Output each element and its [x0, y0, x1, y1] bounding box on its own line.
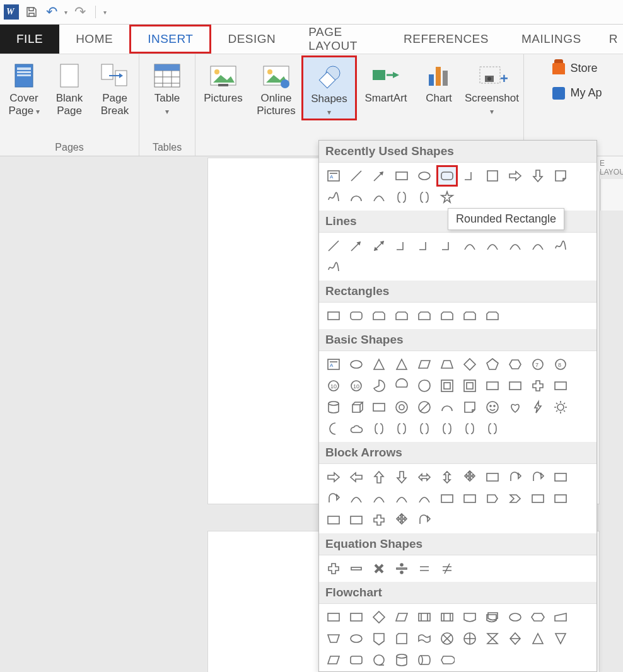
smartart-button[interactable]: SmartArt — [356, 57, 416, 105]
shape-terminator-icon[interactable] — [506, 608, 525, 627]
shape-up-down-icon[interactable] — [438, 468, 457, 487]
shape-striped-right-icon[interactable] — [438, 489, 457, 508]
shape-connector-elbow-icon[interactable] — [460, 166, 479, 185]
shape-document-icon[interactable] — [460, 608, 479, 627]
shape-bent-icon[interactable] — [506, 468, 525, 487]
shape-rounded-rectangle-icon[interactable] — [438, 166, 457, 185]
shape-snip-same-icon[interactable] — [392, 306, 411, 325]
shape-circular-icon[interactable] — [415, 511, 434, 530]
shape-half-frame-icon[interactable] — [460, 376, 479, 395]
shape-folded-corner-icon[interactable] — [551, 166, 570, 185]
shape-sort-icon[interactable] — [506, 629, 525, 648]
shape-four-way-icon[interactable] — [392, 511, 411, 530]
shape-quad-icon[interactable] — [460, 468, 479, 487]
shape-right-arrow-icon[interactable] — [506, 166, 525, 185]
shape-double-bracket-icon[interactable] — [370, 419, 388, 438]
shape-multiply-icon[interactable] — [370, 559, 388, 578]
shape-cross-icon[interactable] — [528, 376, 547, 395]
tab-references[interactable]: REFERENCES — [387, 25, 505, 54]
shape-down-callout-icon[interactable] — [551, 489, 570, 508]
shape-heptagon-icon[interactable]: 7 — [528, 355, 547, 374]
shape-freeform-curve-icon[interactable] — [528, 236, 547, 255]
pictures-button[interactable]: Pictures — [197, 57, 250, 105]
shape-card-icon[interactable] — [392, 629, 411, 648]
shape-summing-icon[interactable] — [438, 629, 457, 648]
blank-page-button[interactable]: Blank Page — [47, 57, 92, 118]
shape-arrow-line-icon[interactable] — [370, 166, 388, 185]
shape-diag-stripe-icon[interactable] — [506, 376, 525, 395]
shape-arc-icon[interactable] — [347, 188, 366, 207]
redo-icon[interactable]: ↷ — [73, 4, 88, 20]
shape-u-turn-icon[interactable] — [528, 468, 547, 487]
shape-prep-icon[interactable] — [528, 608, 547, 627]
shape-double-arrow-icon[interactable] — [370, 236, 388, 255]
shape-chord-icon[interactable] — [392, 376, 411, 395]
shape-dodecagon-icon[interactable]: 10 — [347, 376, 366, 395]
shape-oval-icon[interactable] — [347, 355, 366, 374]
shape-bevel-icon[interactable] — [370, 398, 388, 417]
shape-merge-icon[interactable] — [551, 629, 570, 648]
shape-curve-double-icon[interactable] — [506, 236, 525, 255]
undo-icon[interactable]: ↶ — [44, 4, 59, 20]
shape-cloud-icon[interactable] — [347, 419, 366, 438]
shape-process-icon[interactable] — [324, 608, 343, 627]
shapes-button[interactable]: Shapes — [303, 57, 356, 119]
shape-block-arc-icon[interactable] — [438, 398, 457, 417]
tab-file[interactable]: FILE — [0, 25, 59, 54]
shape-no-symbol-icon[interactable] — [415, 398, 434, 417]
shape-equal-icon[interactable] — [415, 559, 434, 578]
shape-snip-single-icon[interactable] — [370, 306, 388, 325]
shape-down-arrow-icon[interactable] — [528, 166, 547, 185]
page-break-button[interactable]: Page Break — [92, 57, 137, 118]
tab-partial[interactable]: R — [598, 25, 623, 54]
shape-home-plate-icon[interactable] — [483, 489, 502, 508]
my-apps-button[interactable]: My Ap — [552, 86, 602, 100]
shape-left-brace-icon[interactable] — [392, 188, 411, 207]
shape-pentagon-icon[interactable] — [483, 355, 502, 374]
shape-round-same-icon[interactable] — [460, 306, 479, 325]
shape-round-single-icon[interactable] — [438, 306, 457, 325]
shape-right-icon[interactable] — [324, 468, 343, 487]
shape-moon-icon[interactable] — [324, 419, 343, 438]
shape-direct-access-icon[interactable] — [415, 651, 434, 669]
shape-plus-icon[interactable] — [370, 511, 388, 530]
shape-predef-icon[interactable] — [415, 608, 434, 627]
shape-text-box-icon[interactable]: A — [324, 355, 343, 374]
shape-plaque-icon[interactable] — [551, 376, 570, 395]
shape-multi-doc-icon[interactable] — [483, 608, 502, 627]
shape-up-callout-icon[interactable] — [347, 511, 366, 530]
tab-design[interactable]: DESIGN — [211, 25, 292, 54]
shape-smiley-icon[interactable] — [483, 398, 502, 417]
shape-alt-process-icon[interactable] — [347, 608, 366, 627]
shape-up-icon[interactable] — [370, 468, 388, 487]
shape-or-icon[interactable] — [460, 629, 479, 648]
shape-elbow-icon[interactable] — [392, 236, 411, 255]
shape-display-icon[interactable] — [438, 651, 457, 669]
shape-scribble-icon[interactable] — [324, 258, 343, 277]
shape-extract-icon[interactable] — [528, 629, 547, 648]
shape-line-icon[interactable] — [324, 236, 343, 255]
shape-triangle-icon[interactable] — [370, 355, 388, 374]
shape-trapezoid-icon[interactable] — [438, 355, 457, 374]
shape-right-bracket-icon[interactable] — [438, 419, 457, 438]
shape-arrow-icon[interactable] — [347, 236, 366, 255]
tab-home[interactable]: HOME — [59, 25, 129, 54]
shape-chevron-icon[interactable] — [506, 489, 525, 508]
shape-collate-icon[interactable] — [483, 629, 502, 648]
save-icon[interactable] — [24, 4, 39, 20]
shape-cube-icon[interactable] — [347, 398, 366, 417]
shape-data-icon[interactable] — [392, 608, 411, 627]
shape-snip-diag-icon[interactable] — [415, 306, 434, 325]
shape-parallelogram-icon[interactable] — [415, 355, 434, 374]
shape-manual-input-icon[interactable] — [551, 608, 570, 627]
shape-can-icon[interactable] — [324, 398, 343, 417]
shape-curved-up-icon[interactable] — [415, 489, 434, 508]
shape-line-icon[interactable] — [347, 166, 366, 185]
shape-three-way-icon[interactable] — [483, 468, 502, 487]
shape-right-triangle-icon[interactable] — [392, 355, 411, 374]
shape-l-shape-icon[interactable] — [483, 376, 502, 395]
shape-rounded-rectangle-icon[interactable] — [347, 306, 366, 325]
shape-sun-icon[interactable] — [551, 398, 570, 417]
shape-oval-icon[interactable] — [415, 166, 434, 185]
shape-left-brace-icon[interactable] — [460, 419, 479, 438]
